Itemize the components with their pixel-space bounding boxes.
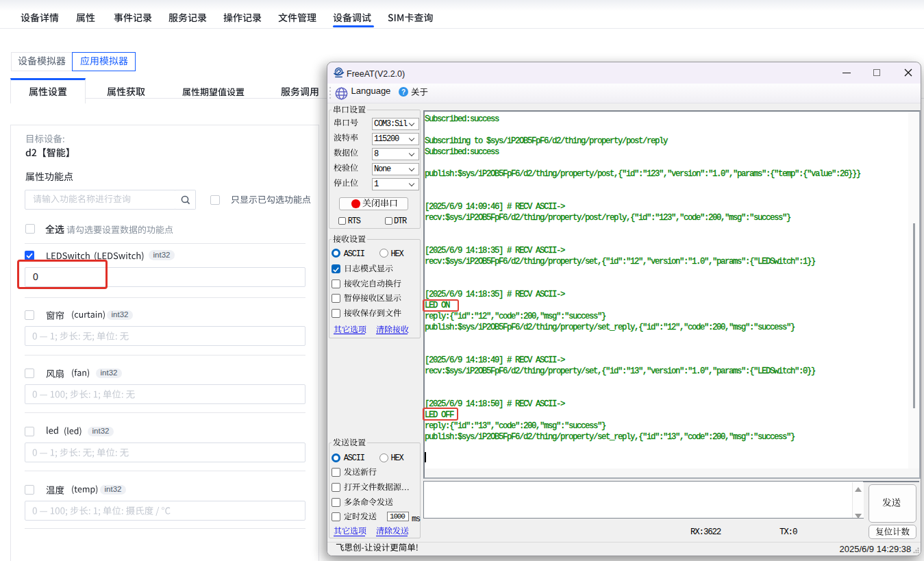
svg-text:?: ? [401, 88, 405, 96]
